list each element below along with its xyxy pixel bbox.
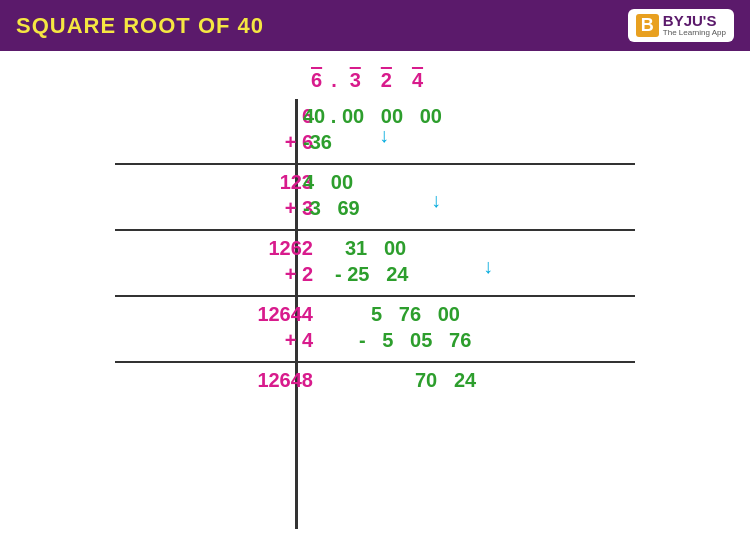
quotient-2: 2 [371, 69, 402, 92]
division-diagram: 6 . 3 2 4 6 + 6 40 . 00 00 00 -36 ↓ 12 [115, 69, 635, 539]
main-content: 6 . 3 2 4 6 + 6 40 . 00 00 00 -36 ↓ 12 [0, 51, 750, 546]
step1-right-top: 40 . 00 00 00 [303, 105, 442, 128]
step3-right-bot: - 25 24 [335, 263, 408, 286]
step4-left-bot: + 4 [285, 329, 313, 352]
quotient-3: 3 [340, 69, 371, 92]
arrow1: ↓ [379, 124, 389, 147]
quotient-row: 6 . 3 2 4 [305, 69, 433, 92]
quotient-4: 4 [402, 69, 433, 92]
arrow2: ↓ [431, 189, 441, 212]
step4-right-bot: - 5 05 76 [359, 329, 471, 352]
logo-area: B BYJU'S The Learning App [628, 9, 734, 42]
step5-right: 70 24 [415, 369, 476, 392]
step3-right-top: 31 00 [345, 237, 406, 260]
sep4 [115, 361, 635, 363]
logo-subtitle: The Learning App [663, 28, 726, 38]
step2-right-top: 4 00 [303, 171, 353, 194]
page-title: SQUARE ROOT OF 40 [16, 13, 264, 39]
step3-left-bot: + 2 [285, 263, 313, 286]
step5-left: 12648 [257, 369, 313, 392]
logo-text: BYJU'S The Learning App [663, 13, 726, 38]
step2-right-bot: -3 69 [303, 197, 360, 220]
step4-left-top: 12644 [257, 303, 313, 326]
logo-name: BYJU'S [663, 13, 726, 28]
arrow3: ↓ [483, 255, 493, 278]
step3-left-top: 1262 [269, 237, 314, 260]
quotient-6: 6 [305, 69, 328, 92]
app-container: SQUARE ROOT OF 40 B BYJU'S The Learning … [0, 0, 750, 546]
step1-right-bot: -36 [303, 131, 332, 154]
sep2 [115, 229, 635, 231]
quotient-dot: . [328, 69, 340, 92]
step4-right-top: 5 76 00 [371, 303, 460, 326]
sep3 [115, 295, 635, 297]
sep1 [115, 163, 635, 165]
header: SQUARE ROOT OF 40 B BYJU'S The Learning … [0, 0, 750, 51]
logo-b-badge: B [636, 14, 659, 37]
